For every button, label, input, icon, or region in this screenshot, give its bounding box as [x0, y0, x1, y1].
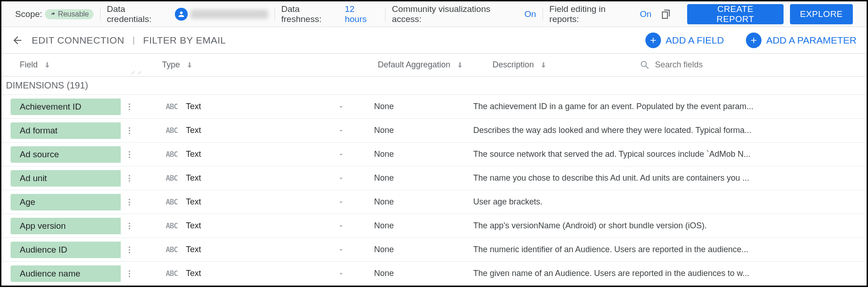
aggregation-cell[interactable]: None	[358, 173, 473, 183]
search-input[interactable]	[655, 60, 747, 70]
aggregation-value: None	[374, 221, 394, 230]
search-container	[639, 60, 860, 71]
row-menu-button[interactable]	[121, 126, 138, 135]
scope-badge[interactable]: Reusable	[45, 9, 94, 19]
row-menu-button[interactable]	[121, 150, 138, 159]
dropdown-caret-icon	[337, 222, 345, 230]
column-field-label: Field	[20, 60, 38, 70]
aggregation-cell[interactable]: None	[358, 245, 473, 254]
type-value: Text	[186, 149, 201, 159]
field-chip[interactable]: Audience ID	[11, 242, 121, 258]
row-menu-button[interactable]	[121, 269, 138, 278]
description-cell: The app's versionName (Android) or short…	[473, 221, 860, 231]
field-chip[interactable]: Achievement ID	[11, 99, 121, 115]
freshness-info: Data freshness: 12 hours	[281, 4, 379, 24]
svg-point-13	[129, 201, 130, 203]
svg-point-18	[129, 246, 130, 248]
svg-point-11	[129, 180, 130, 182]
edit-connection-link[interactable]: EDIT CONNECTION	[32, 35, 124, 46]
freshness-label: Data freshness:	[281, 4, 342, 24]
explore-button[interactable]: EXPLORE	[790, 4, 853, 24]
aggregation-value: None	[374, 126, 394, 135]
field-chip[interactable]: App version	[11, 218, 121, 234]
aggregation-value: None	[374, 197, 394, 206]
type-cell[interactable]: ABC Text	[138, 102, 358, 111]
field-chip[interactable]: Ad unit	[11, 170, 121, 187]
back-button[interactable]	[11, 34, 23, 46]
description-cell: The name you chose to describe this Ad u…	[473, 173, 860, 183]
aggregation-cell[interactable]: None	[358, 221, 473, 231]
field-name: Age	[20, 197, 35, 207]
svg-point-7	[129, 154, 130, 155]
column-aggregation[interactable]: Default Aggregation	[378, 60, 493, 70]
type-value: Text	[186, 102, 201, 111]
field-chip[interactable]: Audience name	[11, 265, 121, 282]
top-bar: Scope: Reusable Data credentials: Data f…	[1, 1, 867, 27]
sort-arrow-icon	[43, 61, 51, 69]
divider	[385, 7, 386, 21]
add-field-label: ADD A FIELD	[666, 35, 724, 46]
svg-point-19	[129, 249, 130, 250]
svg-point-14	[129, 204, 130, 205]
row-menu-button[interactable]	[121, 245, 138, 254]
create-report-button[interactable]: CREATE REPORT	[687, 4, 784, 24]
aggregation-value: None	[374, 149, 394, 159]
dropdown-caret-icon	[337, 127, 345, 134]
filter-by-email-link[interactable]: FILTER BY EMAIL	[143, 35, 226, 46]
sort-arrow-icon	[456, 61, 464, 69]
add-field-button[interactable]: ADD A FIELD	[645, 33, 724, 48]
type-cell[interactable]: ABC Text	[138, 126, 358, 135]
aggregation-cell[interactable]: None	[358, 126, 473, 135]
divider	[100, 7, 101, 21]
more-vert-icon	[125, 221, 134, 231]
type-cell[interactable]: ABC Text	[138, 149, 358, 159]
field-chip[interactable]: Age	[11, 194, 121, 210]
freshness-value[interactable]: 12 hours	[345, 4, 379, 24]
separator: |	[133, 35, 135, 45]
credentials-owner-redacted	[190, 10, 268, 19]
svg-point-22	[129, 273, 130, 274]
type-cell[interactable]: ABC Text	[138, 197, 358, 207]
aggregation-cell[interactable]: None	[358, 197, 473, 207]
field-chip[interactable]: Ad format	[11, 122, 121, 139]
type-badge-icon: ABC	[166, 174, 178, 182]
aggregation-value: None	[374, 173, 394, 182]
svg-point-9	[129, 175, 130, 176]
credentials-info: Data credentials:	[107, 4, 268, 24]
column-resize-handle[interactable]: ⟋⟋	[130, 69, 143, 76]
field-name: Ad source	[20, 149, 59, 160]
type-cell[interactable]: ABC Text	[138, 245, 358, 254]
type-value: Text	[186, 221, 201, 231]
aggregation-cell[interactable]: None	[358, 269, 473, 278]
table-row: App version ABC Text None The app's vers…	[1, 214, 867, 238]
field-editing-value[interactable]: On	[640, 9, 651, 19]
aggregation-cell[interactable]: None	[358, 149, 473, 159]
svg-point-12	[129, 199, 130, 200]
table-row: Age ABC Text None User age brackets.	[1, 190, 867, 214]
table-header: Field Type Default Aggregation Descripti…	[1, 54, 867, 77]
table-row: Ad format ABC Text None Describes the wa…	[1, 119, 867, 143]
type-cell[interactable]: ABC Text	[138, 173, 358, 183]
type-cell[interactable]: ABC Text	[138, 221, 358, 231]
more-vert-icon	[125, 150, 134, 159]
community-access-value[interactable]: On	[524, 9, 536, 19]
row-menu-button[interactable]	[121, 174, 138, 183]
column-description[interactable]: Description	[493, 60, 639, 70]
type-value: Text	[186, 245, 201, 254]
add-parameter-button[interactable]: ADD A PARAMETER	[746, 33, 857, 48]
field-name: App version	[20, 221, 66, 231]
type-value: Text	[186, 197, 201, 207]
row-menu-button[interactable]	[121, 198, 138, 207]
aggregation-value: None	[374, 102, 394, 111]
row-menu-button[interactable]	[121, 221, 138, 231]
aggregation-cell[interactable]: None	[358, 102, 473, 111]
column-type[interactable]: Type	[162, 60, 378, 70]
type-cell[interactable]: ABC Text	[138, 269, 358, 278]
description-cell: The achievement ID in a game for an even…	[473, 102, 860, 111]
row-menu-button[interactable]	[121, 102, 138, 111]
field-name: Audience ID	[20, 245, 67, 255]
field-chip[interactable]: Ad source	[11, 146, 121, 163]
column-aggregation-label: Default Aggregation	[378, 60, 450, 70]
copy-button[interactable]	[658, 6, 674, 22]
column-field[interactable]: Field	[20, 60, 162, 70]
